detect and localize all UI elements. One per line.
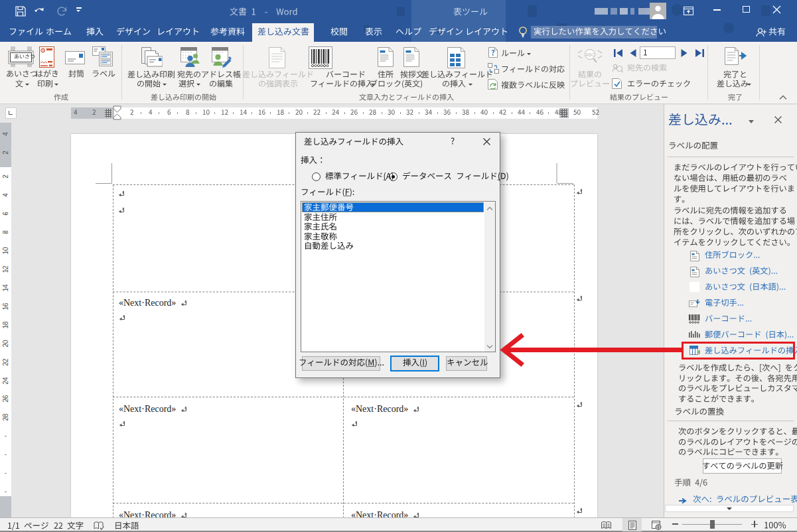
svg-text:ABC: ABC	[585, 52, 595, 57]
